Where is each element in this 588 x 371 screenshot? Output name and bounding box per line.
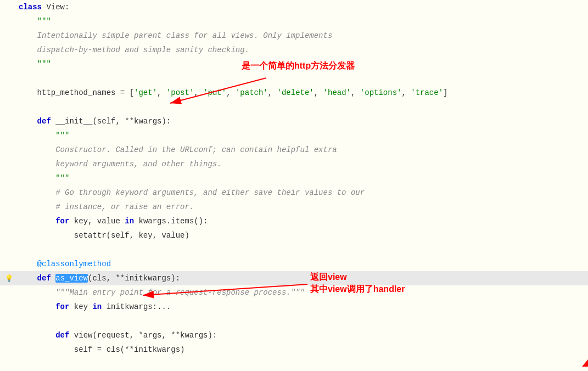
line-content: setattr(self, key, value) [16, 231, 588, 240]
code-line [0, 71, 588, 86]
code-line: keyword arguments, and other things. [0, 157, 588, 171]
code-line: """ [0, 128, 588, 143]
code-line: def view(request, *args, **kwargs): [0, 328, 588, 342]
code-line: """ [0, 14, 588, 29]
line-gutter: 💡 [0, 274, 16, 283]
line-content: def view(request, *args, **kwargs): [16, 331, 588, 340]
line-content: # instance, or raise an error. [16, 203, 588, 211]
line-content: """ [16, 174, 588, 183]
line-content: Constructor. Called in the URLconf; can … [16, 145, 588, 154]
code-line [0, 100, 588, 114]
code-line: def __init__(self, **kwargs): [0, 114, 588, 128]
code-line: # instance, or raise an error. [0, 200, 588, 214]
code-line: # Go through keyword arguments, and eith… [0, 186, 588, 200]
code-line: self = cls(**initkwargs) [0, 342, 588, 357]
code-line: 💡 def as_view(cls, **initkwargs): [0, 271, 588, 285]
line-content: # Go through keyword arguments, and eith… [16, 188, 588, 197]
line-content: @classonlymethod [16, 260, 588, 268]
code-line [0, 314, 588, 328]
line-content: def as_view(cls, **initkwargs): [16, 274, 588, 283]
code-line: setattr(self, key, value) [0, 228, 588, 243]
line-content: Intentionally simple parent class for al… [16, 31, 588, 40]
svg-marker-4 [582, 359, 588, 367]
code-lines: class View: """ Intentionally simple par… [0, 0, 588, 357]
line-content: dispatch-by-method and simple sanity che… [16, 46, 588, 54]
line-content: """ [16, 17, 588, 26]
line-content: """ [16, 131, 588, 140]
code-line: class View: [0, 0, 588, 14]
code-line: @classonlymethod [0, 257, 588, 271]
line-content: keyword arguments, and other things. [16, 160, 588, 168]
line-content: for key in initkwargs:... [16, 302, 588, 311]
code-line: dispatch-by-method and simple sanity che… [0, 43, 588, 57]
code-line: http_method_names = ['get', 'post', 'put… [0, 86, 588, 100]
code-line: Constructor. Called in the URLconf; can … [0, 143, 588, 157]
line-content: """ [16, 60, 588, 69]
line-content: """Main entry point for a request-respon… [16, 288, 588, 297]
code-line [0, 243, 588, 257]
code-line: """ [0, 57, 588, 71]
code-line: """Main entry point for a request-respon… [0, 285, 588, 300]
line-content: class View: [16, 3, 588, 12]
code-area: class View: """ Intentionally simple par… [0, 0, 588, 371]
line-content: self = cls(**initkwargs) [16, 345, 588, 354]
code-line: for key in initkwargs:... [0, 300, 588, 314]
code-line: for key, value in kwargs.items(): [0, 214, 588, 228]
line-icon: 💡 [4, 274, 13, 283]
line-content: def __init__(self, **kwargs): [16, 117, 588, 126]
line-content: for key, value in kwargs.items(): [16, 217, 588, 226]
line-content: http_method_names = ['get', 'post', 'put… [16, 88, 588, 97]
code-line: """ [0, 171, 588, 186]
code-line: Intentionally simple parent class for al… [0, 29, 588, 43]
